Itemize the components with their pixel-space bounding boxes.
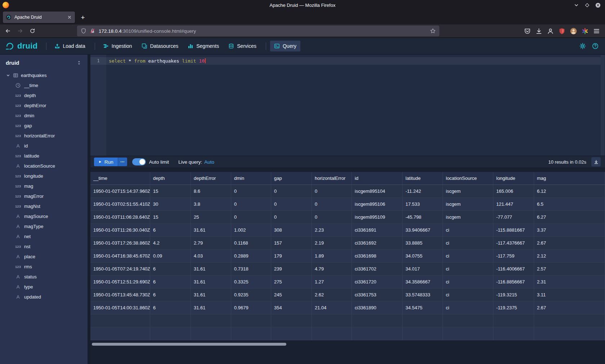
cell-longitude[interactable]: -116.4006667 [493,263,534,275]
cell-locationSource[interactable]: ci [443,276,493,288]
cell-depth[interactable]: 4.2 [150,237,191,249]
column-header-dmin[interactable]: dmin [231,172,271,185]
bookmark-star-icon[interactable] [430,28,436,34]
cell-gap[interactable]: 308 [271,224,312,236]
cell-depthError[interactable]: 31.61 [191,276,231,288]
profile-avatar-button[interactable] [570,28,577,35]
sidebar-column-horizontalError[interactable]: 123horizontalError [0,131,88,141]
horizontal-scrollbar[interactable] [92,343,286,346]
cell-depth[interactable]: 6 [150,224,191,236]
sidebar-column-type[interactable]: Atype [0,282,88,292]
sidebar-column-place[interactable]: Aplace [0,251,88,261]
cell-dmin[interactable]: 1.002 [231,224,271,236]
cell-gap[interactable]: 0 [271,198,312,210]
column-header-depth[interactable]: depth [150,172,191,185]
tracking-shield-icon[interactable] [81,28,86,34]
column-header-depthError[interactable]: depthError [191,172,231,185]
cell-dmin[interactable]: 0.1168 [231,237,271,249]
sidebar-column-id[interactable]: Aid [0,141,88,151]
cell-dmin[interactable]: 0.9679 [231,301,271,314]
query-editor[interactable]: 1 select * from earthquakes limit 10 [90,55,605,156]
sidebar-column-depth[interactable]: 123depth [0,90,88,100]
menu-button[interactable] [593,28,600,35]
cell-__time[interactable]: 1950-01-04T16:38:45.670Z [90,250,150,262]
cell-gap[interactable]: 354 [271,301,312,314]
cell-depthError[interactable]: 31.61 [191,224,231,236]
cell-gap[interactable]: 0 [271,211,312,223]
settings-gear-icon[interactable] [579,43,586,49]
cell-gap[interactable]: 245 [271,288,312,301]
cell-id[interactable]: ci3361890 [352,301,403,314]
cell-locationSource[interactable]: ci [443,301,493,314]
url-bar[interactable]: 172.18.0.4:30109/unified-console.html#qu… [77,26,439,36]
nav-item-query[interactable]: Query [270,41,300,51]
sidebar-column-magError[interactable]: 123magError [0,191,88,201]
column-header-horizontalError[interactable]: horizontalError [312,172,352,185]
column-header-latitude[interactable]: latitude [403,172,443,185]
cell-mag[interactable]: 3.37 [534,224,605,236]
sidebar-column-depthError[interactable]: 123depthError [0,100,88,110]
cell-dmin[interactable]: 0.7318 [231,263,271,275]
back-button[interactable] [3,26,13,36]
cell-gap[interactable]: 239 [271,263,312,275]
cell-dmin[interactable]: 0 [231,198,271,210]
run-button[interactable]: Run [94,158,118,166]
cell-__time[interactable]: 1950-01-05T14:00:31.860Z [90,301,150,314]
cell-horizontalError[interactable]: 2.62 [312,288,352,301]
nav-item-ingestion[interactable]: Ingestion [99,41,136,51]
cell-latitude[interactable]: 33.8885 [403,237,443,249]
druid-logo[interactable]: druid [5,41,38,51]
cell-__time[interactable]: 1950-01-03T11:26:30.040Z [90,224,150,236]
window-maximize-icon[interactable] [584,3,590,8]
cell-id[interactable]: iscgem895109 [352,211,403,223]
nav-item-load-data[interactable]: Load data [50,41,89,51]
cell-longitude[interactable]: -117.759 [493,250,534,262]
cell-horizontalError[interactable]: 1.27 [312,276,352,288]
tab-close-icon[interactable] [67,15,72,20]
window-close-icon[interactable] [595,3,601,8]
cell-locationSource[interactable]: ci [443,263,493,275]
cell-horizontalError[interactable]: 0 [312,198,352,210]
cell-id[interactable]: ci3361720 [352,276,403,288]
cell-mag[interactable]: 6.5 [534,198,605,210]
cell-longitude[interactable]: -119.3215 [493,288,534,301]
cell-horizontalError[interactable]: 2.23 [312,224,352,236]
cell-__time[interactable]: 1950-01-03T11:06:28.640Z [90,211,150,223]
cell-depthError[interactable]: 2.79 [191,237,231,249]
account-button[interactable] [547,28,554,35]
cell-id[interactable]: iscgem895104 [352,185,403,197]
sidebar-column-latitude[interactable]: 123latitude [0,151,88,161]
cell-depthError[interactable]: 8.6 [191,185,231,197]
cell-depthError[interactable]: 31.61 [191,263,231,275]
cell-horizontalError[interactable]: 0 [312,185,352,197]
pocket-button[interactable] [524,28,531,35]
sidebar-column-rms[interactable]: 123rms [0,261,88,272]
cell-locationSource[interactable]: ci [443,288,493,301]
window-chevron-icon[interactable] [574,3,579,8]
live-query-mode-link[interactable]: Auto [204,159,214,165]
nav-item-services[interactable]: Services [224,41,260,51]
cell-mag[interactable]: 3.11 [534,288,605,301]
nav-item-datasources[interactable]: Datasources [138,41,183,51]
cell-__time[interactable]: 1950-01-05T07:24:19.740Z [90,263,150,275]
downloads-button[interactable] [535,28,542,35]
sort-columns-icon[interactable] [76,60,82,65]
cell-mag[interactable]: 6.27 [534,211,605,223]
cell-dmin[interactable]: 0 [231,211,271,223]
sidebar-column-mag[interactable]: 123mag [0,181,88,191]
cell-latitude[interactable]: -45.798 [403,211,443,223]
sidebar-column-status[interactable]: Astatus [0,272,88,282]
column-header-gap[interactable]: gap [271,172,312,185]
insecure-lock-icon[interactable] [90,28,95,34]
cell-longitude[interactable]: 165.006 [493,185,534,197]
sidebar-column-magSource[interactable]: AmagSource [0,211,88,221]
cell-__time[interactable]: 1950-01-03T02:51:55.410Z [90,198,150,210]
cell-locationSource[interactable]: ci [443,224,493,236]
sidebar-column-__time[interactable]: __time [0,80,88,90]
cell-longitude[interactable]: -77.077 [493,211,534,223]
cell-longitude[interactable]: -117.4376667 [493,237,534,249]
cell-id[interactable]: ci3361753 [352,288,403,301]
chevron-down-icon[interactable] [6,73,10,78]
nav-item-segments[interactable]: Segments [184,41,223,51]
cell-latitude[interactable]: 34.0755 [403,250,443,262]
